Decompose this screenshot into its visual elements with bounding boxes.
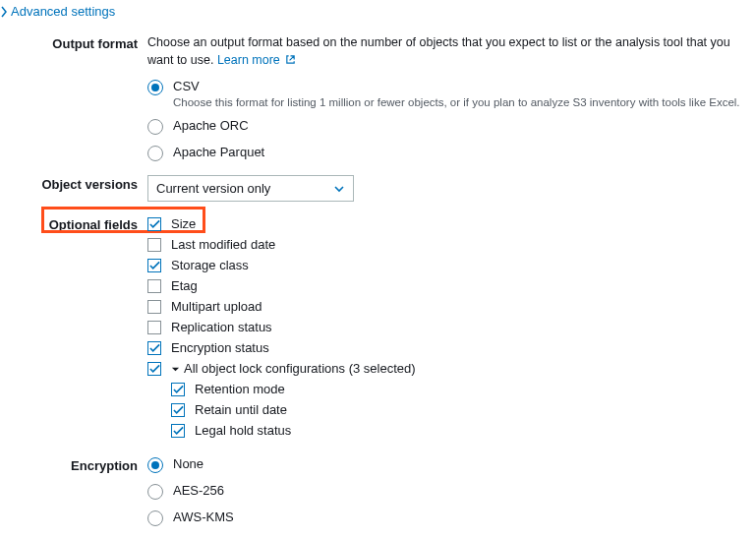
radio-apache-orc[interactable]: Apache ORC: [147, 118, 744, 135]
radio-label: AWS-KMS: [173, 509, 234, 524]
checkbox-replication-status[interactable]: Replication status: [147, 319, 744, 336]
checkbox-icon: [147, 362, 161, 376]
radio-apache-parquet[interactable]: Apache Parquet: [147, 145, 744, 161]
checkbox-last-modified[interactable]: Last modified date: [147, 236, 744, 254]
checkbox-size[interactable]: Size: [147, 215, 744, 233]
radio-icon: [147, 80, 163, 95]
checkbox-label: All object lock configurations (3 select…: [184, 360, 416, 378]
checkbox-icon: [147, 341, 161, 355]
encryption-label: Encryption: [0, 456, 147, 473]
radio-csv[interactable]: CSV Choose this format for listing 1 mil…: [147, 79, 744, 108]
object-versions-label: Object versions: [0, 175, 147, 192]
caret-right-icon: [0, 6, 8, 18]
checkbox-icon: [171, 383, 185, 396]
checkbox-icon: [171, 403, 185, 417]
checkbox-label: Legal hold status: [195, 422, 291, 440]
select-value: Current version only: [156, 181, 270, 196]
checkbox-label: Replication status: [171, 319, 272, 336]
checkbox-label: Retain until date: [195, 401, 287, 419]
checkbox-label: Retention mode: [195, 381, 285, 398]
radio-label: AES-256: [173, 483, 224, 498]
learn-more-link[interactable]: Learn more: [217, 53, 296, 67]
checkbox-icon: [147, 238, 161, 252]
radio-icon: [147, 484, 163, 500]
checkbox-label: Size: [171, 215, 196, 233]
checkbox-icon: [171, 424, 185, 438]
advanced-settings-text: Advanced settings: [11, 4, 115, 19]
checkbox-label: Last modified date: [171, 236, 275, 254]
checkbox-encryption-status[interactable]: Encryption status: [147, 339, 744, 357]
radio-label: CSV: [173, 79, 740, 93]
checkbox-icon: [147, 259, 161, 272]
object-versions-select[interactable]: Current version only: [147, 175, 354, 202]
radio-icon: [147, 146, 163, 161]
radio-icon: [147, 510, 163, 526]
checkbox-etag[interactable]: Etag: [147, 277, 744, 295]
checkbox-label: Multipart upload: [171, 298, 262, 316]
radio-label: Apache ORC: [173, 118, 249, 133]
checkbox-retention-mode[interactable]: Retention mode: [171, 381, 744, 398]
checkbox-label: Encryption status: [171, 339, 269, 357]
radio-icon: [147, 457, 163, 473]
external-link-icon: [285, 54, 296, 65]
checkbox-icon: [147, 321, 161, 334]
checkbox-multipart-upload[interactable]: Multipart upload: [147, 298, 744, 316]
checkbox-legal-hold[interactable]: Legal hold status: [171, 422, 744, 440]
radio-aes256[interactable]: AES-256: [147, 483, 744, 500]
chevron-down-icon: [333, 185, 345, 193]
optional-fields-label: Optional fields: [0, 215, 147, 232]
radio-sublabel: Choose this format for listing 1 million…: [173, 96, 740, 108]
checkbox-label: Etag: [171, 277, 198, 295]
output-format-description: Choose an output format based on the num…: [147, 34, 744, 69]
checkbox-storage-class[interactable]: Storage class: [147, 257, 744, 274]
caret-down-icon[interactable]: [171, 365, 180, 374]
radio-label: Apache Parquet: [173, 145, 264, 159]
checkbox-icon: [147, 217, 161, 231]
output-format-label: Output format: [0, 34, 147, 51]
checkbox-object-lock-group[interactable]: All object lock configurations (3 select…: [147, 360, 744, 378]
radio-none[interactable]: None: [147, 456, 744, 473]
checkbox-icon: [147, 279, 161, 293]
checkbox-label: Storage class: [171, 257, 249, 274]
radio-icon: [147, 119, 163, 135]
radio-aws-kms[interactable]: AWS-KMS: [147, 509, 744, 526]
advanced-settings-link[interactable]: Advanced settings: [0, 0, 115, 21]
radio-label: None: [173, 456, 204, 471]
checkbox-retain-until[interactable]: Retain until date: [171, 401, 744, 419]
checkbox-icon: [147, 300, 161, 314]
